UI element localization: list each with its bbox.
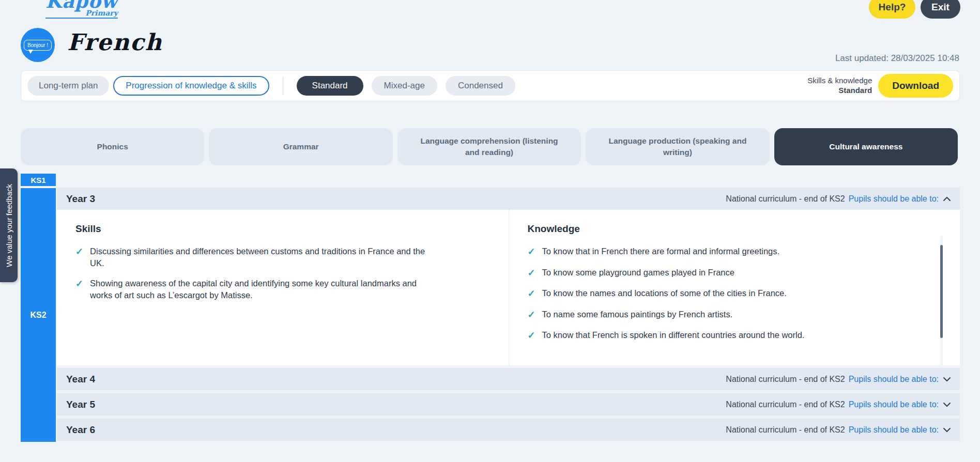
year-6-header[interactable]: Year 6 National curriculum - end of KS2 … (57, 419, 960, 441)
option-standard[interactable]: Standard (297, 76, 363, 96)
skill-item: ✓ Showing awareness of the capital city … (75, 278, 427, 302)
toolbar: Long-term plan Progression of knowledge … (21, 70, 960, 101)
knowledge-item: ✓ To know some playground games played i… (528, 267, 879, 280)
chevron-up-icon[interactable] (942, 195, 952, 203)
knowledge-item-text: To know the names and locations of some … (542, 287, 787, 301)
skills-column: Skills ✓ Discussing similarities and dif… (57, 210, 509, 365)
skills-heading: Skills (75, 223, 490, 235)
check-icon: ✓ (528, 267, 535, 280)
check-icon: ✓ (528, 309, 535, 322)
page-title: French (67, 29, 162, 55)
year-rows: Year 3 National curriculum - end of KS2 … (57, 188, 960, 446)
last-updated-text: Last updated: 28/03/2025 10:48 (835, 53, 959, 64)
tab-cultural-awareness[interactable]: Cultural awareness (774, 128, 958, 165)
knowledge-item-text: To name some famous paintings by French … (542, 309, 733, 322)
knowledge-item: ✓ To know that in French there are forma… (528, 245, 879, 259)
knowledge-item-text: To know that French is spoken in differe… (542, 329, 805, 343)
download-caption: Skills & knowledge Standard (807, 76, 872, 96)
chevron-down-icon[interactable] (942, 426, 952, 434)
check-icon: ✓ (75, 278, 83, 302)
year-label: Year 4 (66, 374, 95, 385)
kapow-logo[interactable]: Kapow Primary (45, 0, 118, 19)
ks2-badge: KS2 (21, 188, 56, 442)
check-icon: ✓ (528, 245, 535, 259)
check-icon: ✓ (528, 287, 535, 301)
national-curriculum-text: National curriculum - end of KS2 (726, 425, 845, 435)
national-curriculum-text: National curriculum - end of KS2 (726, 400, 845, 409)
pupils-should-link[interactable]: Pupils should be able to: (849, 375, 939, 384)
check-icon: ✓ (75, 245, 83, 270)
scrollbar-thumb[interactable] (940, 245, 943, 338)
year-label: Year 5 (66, 399, 95, 410)
national-curriculum-text: National curriculum - end of KS2 (726, 375, 845, 384)
pupils-should-link[interactable]: Pupils should be able to: (849, 425, 939, 435)
speech-bubble-icon: Bonjour ! (24, 40, 52, 51)
check-icon: ✓ (528, 329, 535, 343)
year-3-header[interactable]: Year 3 National curriculum - end of KS2 … (57, 188, 960, 210)
option-condensed[interactable]: Condensed (446, 76, 515, 96)
pupils-should-link[interactable]: Pupils should be able to: (849, 194, 939, 204)
knowledge-item-text: To know that in French there are formal … (542, 245, 779, 259)
skill-item-text: Showing awareness of the capital city an… (90, 278, 427, 302)
download-caption-line2: Standard (807, 86, 872, 96)
knowledge-column: Knowledge ✓ To know that in French there… (509, 210, 960, 365)
tab-phonics[interactable]: Phonics (21, 128, 204, 165)
year-label: Year 3 (66, 193, 95, 205)
skill-item: ✓ Discussing similarities and difference… (75, 245, 427, 270)
knowledge-item: ✓ To know that French is spoken in diffe… (528, 329, 879, 343)
national-curriculum-text: National curriculum - end of KS2 (726, 194, 845, 204)
year-label: Year 6 (66, 424, 95, 436)
year-4-header[interactable]: Year 4 National curriculum - end of KS2 … (57, 368, 960, 390)
feedback-tab-label: We value your feedback (5, 184, 13, 267)
knowledge-item: ✓ To name some famous paintings by Frenc… (528, 309, 879, 322)
ks1-badge: KS1 (21, 174, 56, 186)
chevron-down-icon[interactable] (942, 376, 952, 383)
help-button[interactable]: Help? (869, 0, 915, 19)
tab-grammar[interactable]: Grammar (209, 128, 392, 165)
knowledge-item-text: To know some playground games played in … (542, 267, 734, 280)
year-3-panel: Skills ✓ Discussing similarities and dif… (57, 210, 960, 365)
tab-long-term-plan[interactable]: Long-term plan (27, 76, 109, 96)
tab-language-comprehension[interactable]: Language comprehension (listening and re… (397, 128, 581, 165)
download-button[interactable]: Download (878, 74, 953, 98)
toolbar-divider (283, 76, 283, 95)
strand-tabs: Phonics Grammar Language comprehension (… (21, 128, 958, 165)
chevron-down-icon[interactable] (942, 401, 952, 408)
subject-icon: Bonjour ! (21, 28, 55, 62)
knowledge-item: ✓ To know the names and locations of som… (528, 287, 879, 301)
skill-item-text: Discussing similarities and differences … (90, 245, 427, 270)
year-5-header[interactable]: Year 5 National curriculum - end of KS2 … (57, 393, 960, 415)
feedback-tab[interactable]: We value your feedback (0, 168, 18, 282)
tab-progression-of-knowledge-skills[interactable]: Progression of knowledge & skills (113, 76, 269, 96)
pupils-should-link[interactable]: Pupils should be able to: (849, 400, 939, 409)
knowledge-heading: Knowledge (528, 223, 942, 235)
download-caption-line1: Skills & knowledge (807, 76, 872, 86)
option-mixed-age[interactable]: Mixed-age (372, 76, 437, 96)
exit-button[interactable]: Exit (921, 0, 960, 19)
tab-language-production[interactable]: Language production (speaking and writin… (586, 128, 769, 165)
